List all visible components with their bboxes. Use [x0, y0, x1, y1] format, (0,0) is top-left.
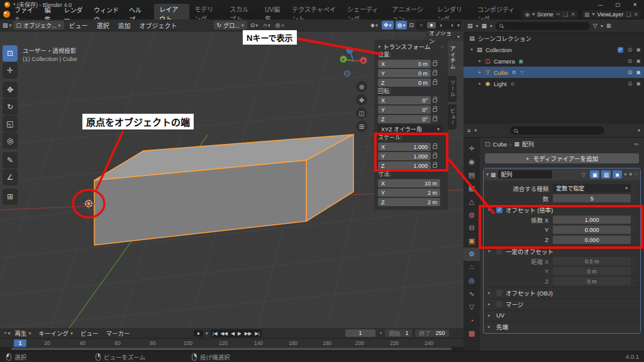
caps-section-header[interactable]: ▸ 先端 — [484, 321, 640, 331]
outliner-row-cube[interactable]: ▸ ▽ Cube ⚙ ▽ ⊙ ◙ — [464, 67, 644, 78]
render-visibility-icon[interactable]: ◙ — [637, 80, 640, 87]
properties-tab-view-layer[interactable]: ▦ — [464, 182, 480, 195]
navigation-gizmo[interactable]: X Y — [340, 47, 367, 77]
distance-z-field[interactable]: 0 m — [553, 277, 631, 285]
shading-material[interactable]: ◐ — [437, 22, 446, 28]
new-collection-icon[interactable]: ⊞ — [606, 23, 611, 29]
rotation-z-field[interactable]: Z0° — [378, 115, 431, 123]
properties-tab-particles[interactable]: ∴ — [464, 261, 480, 274]
jump-to-start-button[interactable]: |◀ — [213, 331, 218, 336]
transform-panel-title[interactable]: トランスフォーム — [383, 42, 431, 51]
chevron-down-icon[interactable]: ▾ — [8, 331, 10, 336]
rotation-x-field[interactable]: X0° — [378, 96, 431, 104]
chevron-down-icon[interactable]: ▾ — [457, 23, 460, 28]
snap-dropdown[interactable]: ∩ ▾ — [261, 21, 272, 30]
viewlayer-name[interactable]: ViewLayer — [597, 11, 624, 18]
frame-end-field[interactable]: 終了250 — [415, 329, 448, 337]
location-z-field[interactable]: Z0 m — [378, 79, 431, 87]
tool-annotate[interactable]: ✎ — [3, 152, 18, 168]
zoom-view-button[interactable]: ⊕ — [356, 81, 367, 92]
properties-tab-constraints[interactable]: ∿ — [464, 287, 480, 300]
menu-view[interactable]: ビュー — [65, 21, 92, 30]
shading-solid[interactable]: ● — [427, 22, 436, 28]
chevron-down-icon[interactable]: ▾ — [206, 331, 208, 336]
modifier-name-field[interactable]: 配列 — [498, 170, 552, 178]
cube-object[interactable] — [94, 134, 353, 245]
tool-cursor[interactable]: ✛ — [3, 62, 18, 79]
editor-type-icon[interactable]: ▤ — [467, 23, 473, 29]
menu-playback[interactable]: 再生▾ — [11, 329, 34, 337]
options-dropdown[interactable]: オプション ▾ — [425, 33, 464, 41]
editor-type-icon[interactable]: ≡ — [467, 128, 470, 134]
drag-dots-icon[interactable]: ∷ — [635, 172, 638, 177]
toggle-ortho-button[interactable]: ⊞ — [356, 121, 367, 132]
display-mode-icon[interactable]: ▦ — [482, 23, 487, 29]
add-modifier-button[interactable]: + モディファイアーを追加 — [485, 153, 639, 163]
properties-tab-material[interactable]: ◔ — [464, 314, 480, 327]
expand-icon[interactable]: ▸ — [476, 70, 484, 75]
outliner-row-collection[interactable]: ▾ ▤ Collection +✓ ⊙ ◙ — [464, 44, 644, 55]
scene-selector[interactable]: ◉ ▾ Scene ✑ ❏ ✕ — [522, 10, 578, 18]
modifier-vertex-group-toggle[interactable]: ▽ — [579, 170, 588, 178]
editor-type-icon[interactable]: ▧ — [3, 22, 8, 28]
chevron-down-icon[interactable]: ▾ — [474, 128, 477, 133]
modifier-extras-dropdown[interactable]: ▾ — [624, 172, 626, 177]
current-frame-field[interactable]: 1 — [345, 329, 375, 337]
modifier-editmode-toggle[interactable]: ▣ — [590, 170, 599, 178]
merge-section-header[interactable]: ▸ ✓ マージ — [484, 299, 640, 309]
lock-icon[interactable] — [433, 118, 437, 121]
offset-constant-checkbox[interactable]: ✓ — [496, 248, 502, 255]
properties-tab-world[interactable]: ◍ — [464, 208, 480, 221]
location-x-field[interactable]: X0 m — [378, 60, 431, 68]
collapse-icon[interactable]: ▾ — [378, 44, 380, 50]
collection-checkbox[interactable]: +✓ — [618, 47, 623, 53]
lock-icon[interactable] — [433, 62, 437, 66]
menu-select[interactable]: 選択 — [93, 21, 113, 30]
expand-icon[interactable]: ▸ — [476, 81, 484, 86]
chevron-down-icon[interactable]: ▾ — [476, 23, 479, 29]
shading-rendered[interactable]: ◑ — [447, 22, 456, 28]
copy-icon[interactable]: ❏ — [563, 11, 568, 18]
render-visibility-icon[interactable]: ◙ — [637, 47, 640, 53]
pan-view-button[interactable]: ✥ — [356, 94, 367, 106]
play-button[interactable]: ▶ — [238, 331, 242, 336]
current-frame-playhead[interactable]: 1 — [14, 339, 26, 347]
offset-object-section-header[interactable]: ▸ ✓ オフセット (OBJ) — [484, 287, 640, 297]
lock-icon[interactable] — [433, 81, 437, 85]
dimensions-x-field[interactable]: X10 m — [378, 179, 440, 187]
expand-icon[interactable]: ▾ — [468, 47, 475, 52]
menu-keying[interactable]: キーイング▾ — [35, 329, 76, 337]
properties-tab-collection[interactable]: ⊟ — [464, 221, 480, 234]
jump-to-end-button[interactable]: ▶| — [255, 331, 260, 336]
hide-eye-icon[interactable]: ⊙ — [628, 58, 633, 64]
object-visibility-dropdown[interactable]: ◈ ▾ — [369, 21, 380, 30]
auto-keying-record-button[interactable]: ● — [194, 330, 203, 337]
dimensions-y-field[interactable]: Y2 m — [378, 189, 440, 197]
play-reverse-button[interactable]: ◀ — [231, 331, 235, 336]
menu-object[interactable]: オブジェクト — [136, 21, 181, 30]
close-button[interactable]: ✕ — [633, 2, 637, 8]
pivot-point-dropdown[interactable]: ⊙ ▾ — [248, 21, 260, 30]
mode-dropdown[interactable]: ▢ オブジェク... ▾ — [13, 21, 64, 30]
menu-marker[interactable]: マーカー — [103, 329, 133, 337]
render-visibility-icon[interactable]: ◙ — [637, 58, 640, 64]
properties-tab-object-data[interactable]: ▽ — [464, 300, 480, 314]
distance-x-field[interactable]: 0.5 m — [553, 257, 631, 265]
lock-icon[interactable] — [433, 108, 437, 112]
n-panel-tab-item[interactable]: アイテム — [448, 42, 457, 74]
animate-dot[interactable]: · — [631, 268, 636, 274]
fit-type-dropdown[interactable]: 定数で指定▾ — [553, 184, 631, 192]
viewport-3d[interactable]: X Y ユーザー・透視投影 (1) Collection | Cube ⊡ ✛ … — [0, 31, 464, 328]
pin-icon[interactable]: ✑ — [634, 141, 639, 148]
animate-dot[interactable]: · — [631, 278, 636, 284]
transform-orientation-dropdown[interactable]: ↻ グロ... ▾ — [214, 21, 247, 30]
outliner-row-camera[interactable]: ▸ ◫ Camera ▣ ⊙ ◙ — [464, 55, 644, 67]
chevron-down-icon[interactable]: ▾ — [592, 11, 595, 17]
lock-icon[interactable] — [433, 72, 437, 75]
hide-eye-icon[interactable]: ⊙ — [628, 47, 633, 53]
properties-tab-object[interactable]: ▣ — [464, 234, 480, 248]
rotation-mode-dropdown[interactable]: XYZ オイラー角▾ — [378, 124, 443, 133]
dimensions-z-field[interactable]: Z2 m — [378, 198, 440, 206]
count-field[interactable]: 5 — [553, 194, 631, 202]
chevron-down-icon[interactable]: ▾ — [532, 11, 535, 17]
